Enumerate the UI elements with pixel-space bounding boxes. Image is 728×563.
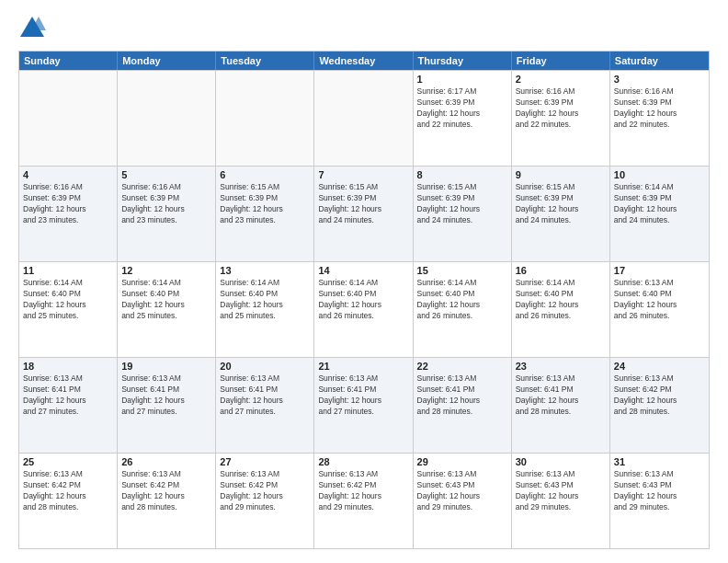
day-cell-26: 26Sunrise: 6:13 AM Sunset: 6:42 PM Dayli… bbox=[118, 454, 216, 548]
header-day-sunday: Sunday bbox=[19, 52, 118, 70]
day-cell-14: 14Sunrise: 6:14 AM Sunset: 6:40 PM Dayli… bbox=[314, 262, 413, 357]
cell-info: Sunrise: 6:13 AM Sunset: 6:43 PM Dayligh… bbox=[516, 469, 606, 513]
day-cell-27: 27Sunrise: 6:13 AM Sunset: 6:42 PM Dayli… bbox=[216, 454, 314, 548]
empty-cell bbox=[314, 71, 413, 166]
day-number: 4 bbox=[23, 169, 113, 180]
day-number: 28 bbox=[318, 456, 408, 467]
cell-info: Sunrise: 6:16 AM Sunset: 6:39 PM Dayligh… bbox=[23, 182, 113, 226]
logo bbox=[18, 14, 51, 41]
day-number: 1 bbox=[417, 74, 507, 85]
day-number: 3 bbox=[614, 74, 705, 85]
cell-info: Sunrise: 6:13 AM Sunset: 6:40 PM Dayligh… bbox=[614, 278, 705, 322]
day-cell-5: 5Sunrise: 6:16 AM Sunset: 6:39 PM Daylig… bbox=[118, 167, 216, 261]
day-number: 9 bbox=[516, 169, 606, 180]
cell-info: Sunrise: 6:17 AM Sunset: 6:39 PM Dayligh… bbox=[417, 86, 507, 131]
header-day-tuesday: Tuesday bbox=[216, 52, 314, 70]
empty-cell bbox=[19, 71, 118, 166]
day-number: 5 bbox=[121, 169, 211, 180]
day-number: 8 bbox=[417, 169, 507, 180]
day-number: 25 bbox=[23, 456, 113, 467]
day-number: 18 bbox=[23, 361, 113, 372]
cell-info: Sunrise: 6:14 AM Sunset: 6:39 PM Dayligh… bbox=[614, 182, 705, 226]
calendar-row-4: 18Sunrise: 6:13 AM Sunset: 6:41 PM Dayli… bbox=[19, 357, 709, 453]
cell-info: Sunrise: 6:13 AM Sunset: 6:42 PM Dayligh… bbox=[220, 469, 310, 513]
cell-info: Sunrise: 6:14 AM Sunset: 6:40 PM Dayligh… bbox=[516, 278, 606, 322]
day-number: 13 bbox=[220, 265, 310, 276]
calendar-row-5: 25Sunrise: 6:13 AM Sunset: 6:42 PM Dayli… bbox=[19, 453, 709, 548]
day-cell-10: 10Sunrise: 6:14 AM Sunset: 6:39 PM Dayli… bbox=[610, 167, 709, 261]
cell-info: Sunrise: 6:15 AM Sunset: 6:39 PM Dayligh… bbox=[220, 182, 310, 226]
cell-info: Sunrise: 6:13 AM Sunset: 6:41 PM Dayligh… bbox=[318, 373, 408, 418]
day-cell-28: 28Sunrise: 6:13 AM Sunset: 6:42 PM Dayli… bbox=[314, 454, 413, 548]
day-cell-3: 3Sunrise: 6:16 AM Sunset: 6:39 PM Daylig… bbox=[610, 71, 709, 166]
day-cell-20: 20Sunrise: 6:13 AM Sunset: 6:41 PM Dayli… bbox=[216, 358, 314, 453]
cell-info: Sunrise: 6:14 AM Sunset: 6:40 PM Dayligh… bbox=[220, 278, 310, 322]
header-day-saturday: Saturday bbox=[610, 52, 709, 70]
day-number: 6 bbox=[220, 169, 310, 180]
cell-info: Sunrise: 6:14 AM Sunset: 6:40 PM Dayligh… bbox=[121, 278, 211, 322]
day-number: 19 bbox=[121, 361, 211, 372]
calendar-row-2: 4Sunrise: 6:16 AM Sunset: 6:39 PM Daylig… bbox=[19, 166, 709, 261]
day-number: 7 bbox=[318, 169, 408, 180]
day-cell-8: 8Sunrise: 6:15 AM Sunset: 6:39 PM Daylig… bbox=[414, 167, 512, 261]
day-number: 15 bbox=[417, 265, 507, 276]
day-number: 31 bbox=[614, 456, 705, 467]
header bbox=[18, 14, 710, 41]
day-number: 29 bbox=[417, 456, 507, 467]
day-number: 14 bbox=[318, 265, 408, 276]
header-day-friday: Friday bbox=[512, 52, 610, 70]
day-cell-7: 7Sunrise: 6:15 AM Sunset: 6:39 PM Daylig… bbox=[314, 167, 413, 261]
day-cell-18: 18Sunrise: 6:13 AM Sunset: 6:41 PM Dayli… bbox=[19, 358, 118, 453]
day-cell-23: 23Sunrise: 6:13 AM Sunset: 6:41 PM Dayli… bbox=[512, 358, 610, 453]
cell-info: Sunrise: 6:16 AM Sunset: 6:39 PM Dayligh… bbox=[121, 182, 211, 226]
day-cell-30: 30Sunrise: 6:13 AM Sunset: 6:43 PM Dayli… bbox=[512, 454, 610, 548]
day-cell-6: 6Sunrise: 6:15 AM Sunset: 6:39 PM Daylig… bbox=[216, 167, 314, 261]
day-number: 10 bbox=[614, 169, 705, 180]
day-number: 21 bbox=[318, 361, 408, 372]
day-number: 16 bbox=[516, 265, 606, 276]
day-cell-21: 21Sunrise: 6:13 AM Sunset: 6:41 PM Dayli… bbox=[314, 358, 413, 453]
empty-cell bbox=[216, 71, 314, 166]
cell-info: Sunrise: 6:15 AM Sunset: 6:39 PM Dayligh… bbox=[417, 182, 507, 226]
header-day-thursday: Thursday bbox=[414, 52, 512, 70]
cell-info: Sunrise: 6:13 AM Sunset: 6:41 PM Dayligh… bbox=[121, 373, 211, 418]
day-cell-25: 25Sunrise: 6:13 AM Sunset: 6:42 PM Dayli… bbox=[19, 454, 118, 548]
day-number: 22 bbox=[417, 361, 507, 372]
day-number: 23 bbox=[516, 361, 606, 372]
day-cell-2: 2Sunrise: 6:16 AM Sunset: 6:39 PM Daylig… bbox=[512, 71, 610, 166]
cell-info: Sunrise: 6:13 AM Sunset: 6:43 PM Dayligh… bbox=[417, 469, 507, 513]
day-cell-13: 13Sunrise: 6:14 AM Sunset: 6:40 PM Dayli… bbox=[216, 262, 314, 357]
day-number: 11 bbox=[23, 265, 113, 276]
header-day-wednesday: Wednesday bbox=[314, 52, 413, 70]
day-number: 20 bbox=[220, 361, 310, 372]
calendar-row-3: 11Sunrise: 6:14 AM Sunset: 6:40 PM Dayli… bbox=[19, 261, 709, 357]
cell-info: Sunrise: 6:14 AM Sunset: 6:40 PM Dayligh… bbox=[23, 278, 113, 322]
day-number: 27 bbox=[220, 456, 310, 467]
cell-info: Sunrise: 6:16 AM Sunset: 6:39 PM Dayligh… bbox=[516, 86, 606, 131]
day-cell-22: 22Sunrise: 6:13 AM Sunset: 6:41 PM Dayli… bbox=[414, 358, 512, 453]
day-cell-29: 29Sunrise: 6:13 AM Sunset: 6:43 PM Dayli… bbox=[414, 454, 512, 548]
cell-info: Sunrise: 6:13 AM Sunset: 6:42 PM Dayligh… bbox=[318, 469, 408, 513]
day-cell-12: 12Sunrise: 6:14 AM Sunset: 6:40 PM Dayli… bbox=[118, 262, 216, 357]
day-cell-19: 19Sunrise: 6:13 AM Sunset: 6:41 PM Dayli… bbox=[118, 358, 216, 453]
day-cell-17: 17Sunrise: 6:13 AM Sunset: 6:40 PM Dayli… bbox=[610, 262, 709, 357]
cell-info: Sunrise: 6:13 AM Sunset: 6:41 PM Dayligh… bbox=[516, 373, 606, 418]
calendar-body: 1Sunrise: 6:17 AM Sunset: 6:39 PM Daylig… bbox=[19, 70, 709, 548]
cell-info: Sunrise: 6:13 AM Sunset: 6:41 PM Dayligh… bbox=[417, 373, 507, 418]
day-number: 2 bbox=[516, 74, 606, 85]
calendar-header: SundayMondayTuesdayWednesdayThursdayFrid… bbox=[19, 52, 709, 70]
empty-cell bbox=[118, 71, 216, 166]
cell-info: Sunrise: 6:13 AM Sunset: 6:41 PM Dayligh… bbox=[23, 373, 113, 418]
cell-info: Sunrise: 6:13 AM Sunset: 6:42 PM Dayligh… bbox=[614, 373, 705, 418]
day-number: 26 bbox=[121, 456, 211, 467]
day-cell-9: 9Sunrise: 6:15 AM Sunset: 6:39 PM Daylig… bbox=[512, 167, 610, 261]
day-number: 12 bbox=[121, 265, 211, 276]
day-cell-31: 31Sunrise: 6:13 AM Sunset: 6:43 PM Dayli… bbox=[610, 454, 709, 548]
day-cell-16: 16Sunrise: 6:14 AM Sunset: 6:40 PM Dayli… bbox=[512, 262, 610, 357]
logo-icon bbox=[18, 14, 46, 41]
day-cell-4: 4Sunrise: 6:16 AM Sunset: 6:39 PM Daylig… bbox=[19, 167, 118, 261]
header-day-monday: Monday bbox=[118, 52, 216, 70]
day-cell-15: 15Sunrise: 6:14 AM Sunset: 6:40 PM Dayli… bbox=[414, 262, 512, 357]
cell-info: Sunrise: 6:13 AM Sunset: 6:41 PM Dayligh… bbox=[220, 373, 310, 418]
cell-info: Sunrise: 6:14 AM Sunset: 6:40 PM Dayligh… bbox=[417, 278, 507, 322]
